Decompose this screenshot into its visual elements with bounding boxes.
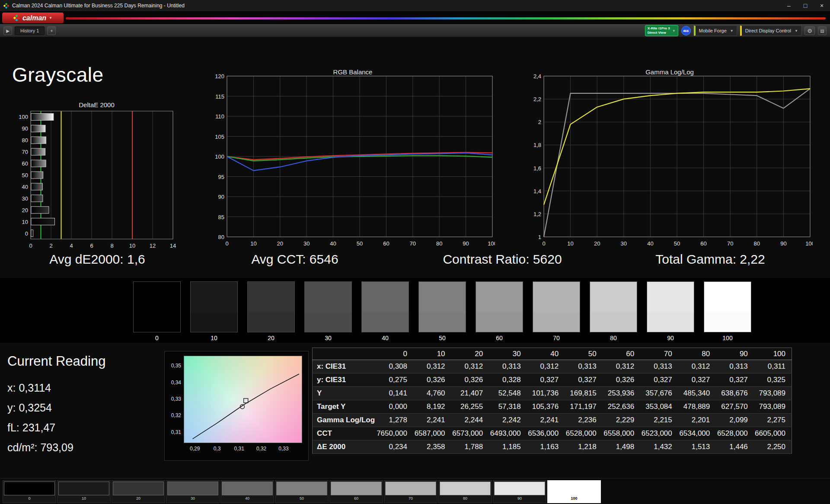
cie-chromaticity-chart: 0,290,30,310,320,330,310,320,330,340,35 <box>164 351 309 461</box>
window-controls: – □ × <box>781 0 830 11</box>
contrast-ratio-stat: Contrast Ratio: 5620 <box>443 252 562 267</box>
svg-text:50: 50 <box>22 172 28 179</box>
table-cell: 0,000 <box>376 400 414 414</box>
table-cell: 0,328 <box>489 373 527 387</box>
table-cell: 0,311 <box>754 360 792 373</box>
svg-text:85: 85 <box>218 214 224 220</box>
column-header: 80 <box>678 348 716 360</box>
gray-swatch-10: 10 <box>190 281 238 341</box>
side-panel-button[interactable]: ▤ <box>818 26 827 35</box>
level-patch-80[interactable]: 80 <box>438 480 492 503</box>
history-expand-button[interactable]: ▶ <box>3 26 12 35</box>
gray-swatch-70: 70 <box>533 281 580 341</box>
table-cell: 0,312 <box>603 360 641 373</box>
level-patch-20[interactable]: 20 <box>112 480 165 503</box>
level-patch-70[interactable]: 70 <box>384 480 437 503</box>
gray-swatch-100: 100 <box>704 281 751 341</box>
level-patch-60[interactable]: 60 <box>329 480 383 503</box>
level-patch-30[interactable]: 30 <box>166 480 220 503</box>
table-cell: 6558,000 <box>603 427 641 440</box>
source-label: Mobile Forge <box>699 28 727 33</box>
svg-text:80: 80 <box>218 234 224 240</box>
window-title: Calman 2024 Calman Ultimate for Business… <box>12 3 185 9</box>
svg-text:70: 70 <box>22 149 28 155</box>
level-patch-100[interactable]: 100 <box>547 480 601 503</box>
table-cell: 52,548 <box>489 387 527 400</box>
svg-text:100: 100 <box>19 114 28 120</box>
deltae-chart-title: DeltaE 2000 <box>16 101 177 108</box>
svg-text:20: 20 <box>277 240 283 247</box>
svg-text:0: 0 <box>25 230 28 237</box>
table-cell: 2,215 <box>640 414 678 427</box>
table-cell: 6536,000 <box>527 427 565 440</box>
table-row: Y0,1414,76021,40752,548101,736169,815253… <box>313 387 792 400</box>
source-dropdown[interactable]: Mobile Forge ▼ <box>694 26 737 36</box>
table-cell: 0,327 <box>640 373 678 387</box>
level-patch-40[interactable]: 40 <box>220 480 274 503</box>
svg-text:40: 40 <box>22 184 28 190</box>
corner-cell <box>313 348 376 360</box>
avg-cct-stat: Avg CCT: 6546 <box>251 252 338 267</box>
level-patch-10[interactable]: 10 <box>57 480 111 503</box>
level-patch-90[interactable]: 90 <box>493 480 546 503</box>
display-control-dropdown[interactable]: Direct Display Control ▼ <box>740 26 801 36</box>
svg-text:60: 60 <box>383 240 389 247</box>
table-cell: 0,313 <box>489 360 527 373</box>
meter-dropdown[interactable]: X-Rite i1Pro 3 Direct View ▼ <box>645 25 678 36</box>
table-cell: 6523,000 <box>640 427 678 440</box>
meter-name: X-Rite i1Pro 3 <box>648 26 670 31</box>
grayscale-data-table: 0102030405060708090100x: CIE310,3080,312… <box>312 348 792 454</box>
maximize-button[interactable]: □ <box>797 0 814 11</box>
table-cell: 0,327 <box>716 373 754 387</box>
column-header: 10 <box>413 348 451 360</box>
svg-text:40: 40 <box>647 240 653 247</box>
table-cell: 0,327 <box>678 373 716 387</box>
rgb-balance-chart: 0102030405060708090100808590951001051101… <box>211 73 495 252</box>
gray-swatch-50: 50 <box>418 281 466 341</box>
minimize-button[interactable]: – <box>781 0 797 11</box>
table-cell: 1,446 <box>716 440 754 454</box>
table-cell: 2,244 <box>451 414 489 427</box>
table-cell: 1,432 <box>640 440 678 454</box>
svg-text:115: 115 <box>215 93 224 100</box>
table-cell: 8,192 <box>413 400 451 414</box>
table-cell: 0,312 <box>413 360 451 373</box>
row-label: Y <box>313 387 376 400</box>
svg-text:0,32: 0,32 <box>256 446 267 452</box>
table-cell: 485,340 <box>678 387 716 400</box>
table-cell: 21,407 <box>451 387 489 400</box>
calman-logo-menu[interactable]: calman ▼ <box>2 13 64 23</box>
svg-text:2,2: 2,2 <box>533 96 541 102</box>
svg-text:0,32: 0,32 <box>171 412 182 418</box>
table-cell: 0,312 <box>451 360 489 373</box>
level-patch-50[interactable]: 50 <box>275 480 329 503</box>
svg-text:1,2: 1,2 <box>533 211 541 217</box>
svg-text:30: 30 <box>303 240 310 247</box>
svg-text:14: 14 <box>170 242 176 249</box>
chevron-down-icon: ▼ <box>795 29 798 33</box>
total-gamma-stat: Total Gamma: 2,22 <box>655 252 765 267</box>
add-history-tab-button[interactable]: + <box>47 26 56 35</box>
tab-history-1[interactable]: History 1 <box>15 26 45 35</box>
settings-gear-button[interactable]: ⚙ <box>804 26 815 35</box>
grayscale-swatch-strip: Actual Target 0102030405060708090100 <box>0 278 830 343</box>
table-cell: 6587,000 <box>413 427 451 440</box>
close-button[interactable]: × <box>814 0 830 11</box>
column-header: 50 <box>565 348 603 360</box>
table-cell: 0,312 <box>678 360 716 373</box>
row-label: y: CIE31 <box>313 373 376 387</box>
table-row: Gamma Log/Log1,2782,2412,2442,2422,2412,… <box>313 414 792 427</box>
meter-mode: Direct View <box>648 31 670 35</box>
table-cell: 478,889 <box>678 400 716 414</box>
svg-text:0,34: 0,34 <box>171 380 182 386</box>
svg-text:10: 10 <box>22 219 28 225</box>
svg-text:0,33: 0,33 <box>171 396 182 402</box>
svg-text:50: 50 <box>674 240 680 247</box>
svg-text:110: 110 <box>215 113 224 120</box>
svg-text:120: 120 <box>215 73 224 80</box>
level-patch-0[interactable]: 0 <box>3 480 56 503</box>
table-cell: 2,358 <box>413 440 451 454</box>
svg-text:100: 100 <box>215 153 224 160</box>
table-cell: 2,241 <box>413 414 451 427</box>
svg-text:30: 30 <box>621 240 627 247</box>
